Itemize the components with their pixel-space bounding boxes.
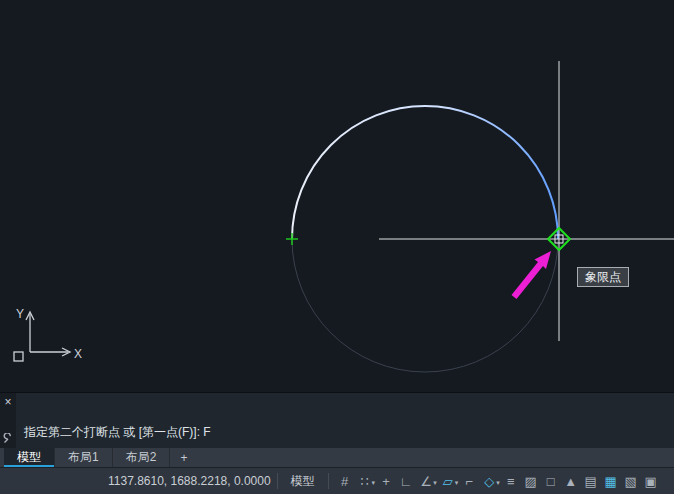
add-layout-button[interactable]: + bbox=[170, 448, 197, 467]
divider bbox=[328, 473, 329, 489]
chevron-down-icon[interactable]: ▾ bbox=[496, 479, 500, 487]
transparency-icon[interactable]: ▨ bbox=[521, 471, 541, 491]
first-break-point-marker bbox=[286, 233, 298, 245]
hardware-acceleration-icon[interactable]: ▧ bbox=[621, 471, 641, 491]
osnap-tooltip: 象限点 bbox=[577, 267, 629, 287]
tab-model[interactable]: 模型 bbox=[4, 448, 55, 467]
coordinates-readout: 1137.8610, 1688.2218, 0.0000 bbox=[108, 474, 271, 488]
close-icon[interactable]: × bbox=[4, 396, 11, 408]
tab-layout1[interactable]: 布局1 bbox=[55, 448, 113, 467]
osnap-tracking-icon[interactable]: ⌐ bbox=[459, 471, 479, 491]
command-area: × 指定第二个打断点 或 [第一点(F)]: F 指定第一个打断点: ▾ BRE… bbox=[0, 392, 674, 448]
workspace-icon[interactable]: ▤ bbox=[581, 471, 601, 491]
circle-bright-arc[interactable] bbox=[292, 106, 558, 239]
isolate-objects-icon[interactable]: ▦ bbox=[601, 471, 621, 491]
tab-layout2[interactable]: 布局2 bbox=[113, 448, 171, 467]
grid-display-icon[interactable]: # bbox=[335, 471, 355, 491]
lineweight-icon[interactable]: ≡ bbox=[501, 471, 521, 491]
chevron-down-icon[interactable]: ▾ bbox=[433, 479, 437, 487]
ucs-y-label: Y bbox=[16, 307, 24, 321]
divider bbox=[277, 473, 278, 489]
crosshair-cursor[interactable] bbox=[379, 61, 674, 341]
command-history-line: 指定第二个打断点 或 [第一点(F)]: F bbox=[24, 425, 666, 440]
command-sidebar: × bbox=[0, 393, 16, 448]
chevron-down-icon[interactable]: ▾ bbox=[372, 479, 376, 487]
command-main: 指定第二个打断点 或 [第一点(F)]: F 指定第一个打断点: ▾ BREAK… bbox=[16, 393, 674, 448]
autocad-window: Y X 象限点 × 指定第二个打断点 或 [第一点(F)]: F 指定第一个打断… bbox=[0, 0, 674, 494]
model-space-button[interactable]: 模型 bbox=[284, 471, 322, 492]
canvas-graphics: Y X bbox=[0, 0, 674, 392]
chevron-down-icon[interactable]: ▾ bbox=[455, 479, 459, 487]
annotation-visibility-icon[interactable]: ▲ bbox=[561, 471, 581, 491]
layout-tab-bar: 模型 布局1 布局2 + bbox=[0, 448, 674, 467]
clean-screen-icon[interactable]: ▣ bbox=[641, 471, 661, 491]
dynamic-input-icon[interactable]: + bbox=[376, 471, 396, 491]
drawing-canvas[interactable]: Y X 象限点 bbox=[0, 0, 674, 392]
selection-cycling-icon[interactable]: □ bbox=[541, 471, 561, 491]
ortho-mode-icon[interactable]: ∟ bbox=[396, 471, 416, 491]
customize-wrench-icon[interactable] bbox=[3, 433, 14, 444]
annotation-arrow bbox=[512, 251, 552, 299]
status-bar: 1137.8610, 1688.2218, 0.0000 模型 # ∷ ▾ + … bbox=[0, 467, 674, 494]
status-toggle-icons: # ∷ ▾ + ∟ ∠ ▾ ▱ ▾ ⌐ ◇ ▾ ≡ ▨ □ ▲ ▤ ▦ ▧ ▣ bbox=[335, 471, 661, 491]
ucs-x-label: X bbox=[74, 347, 82, 361]
